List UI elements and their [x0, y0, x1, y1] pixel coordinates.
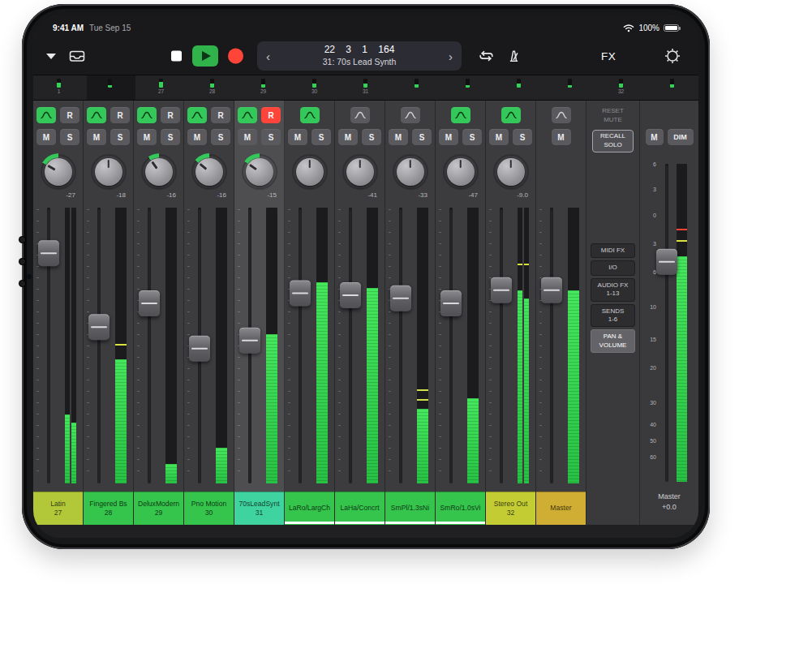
record-enable-button[interactable]: R [161, 107, 180, 123]
mute-button[interactable]: M [137, 129, 157, 145]
volume-fader[interactable] [139, 290, 160, 316]
volume-fader[interactable] [440, 290, 462, 316]
solo-button[interactable]: S [60, 129, 79, 145]
solo-button[interactable]: S [412, 129, 432, 145]
master-dim-button[interactable]: DIM [668, 129, 694, 145]
solo-button[interactable]: S [513, 129, 532, 145]
automation-button[interactable] [501, 107, 521, 123]
pan-knob[interactable] [140, 153, 178, 191]
record-enable-button[interactable]: R [110, 107, 130, 123]
cycle-icon[interactable] [478, 50, 495, 62]
solo-button[interactable]: S [462, 129, 482, 145]
overview-track[interactable]: 31 [340, 75, 391, 100]
overview-track[interactable] [442, 75, 493, 100]
track-name-label[interactable]: DeluxModern29 [134, 492, 183, 525]
record-enable-button[interactable]: R [211, 107, 230, 123]
track-name-label[interactable]: LaRo/LargCh [285, 492, 334, 525]
automation-button[interactable] [300, 107, 320, 123]
lcd-next-icon[interactable]: › [447, 49, 454, 63]
volume-fader[interactable] [88, 314, 110, 340]
overview-track[interactable] [544, 75, 595, 100]
overview-track[interactable] [391, 75, 442, 100]
track-name-label[interactable]: Pno Motion30 [184, 492, 234, 525]
track-overview-strip[interactable]: 1272829303132 [33, 75, 698, 101]
track-name-label[interactable]: Master [536, 492, 586, 525]
overview-track[interactable]: 27 [135, 75, 187, 100]
solo-button[interactable]: S [110, 129, 130, 145]
recall-solo-button[interactable]: RECALLSOLO [592, 130, 634, 152]
record-enable-button[interactable]: R [261, 107, 281, 123]
lcd-display[interactable]: ‹ 22 3 1 164 31: 70s Lead Synth › [257, 41, 462, 71]
mute-button[interactable]: M [87, 129, 106, 145]
mute-button[interactable]: M [389, 129, 408, 145]
automation-button[interactable] [87, 107, 106, 123]
track-name-label[interactable]: Latin27 [33, 492, 83, 525]
solo-button[interactable]: S [362, 129, 381, 145]
solo-button[interactable]: S [311, 129, 331, 145]
panel-tab-audio-fx-1-13[interactable]: AUDIO FX1-13 [591, 278, 635, 302]
track-name-label[interactable]: SmPl/1.3sNi [385, 492, 435, 525]
volume-fader[interactable] [38, 241, 59, 267]
panel-tab-midi-fx[interactable]: MIDI FX [591, 243, 635, 258]
automation-button[interactable] [137, 107, 157, 123]
pan-knob[interactable] [90, 153, 127, 191]
pan-knob[interactable] [40, 153, 77, 191]
mute-button[interactable]: M [187, 129, 207, 145]
volume-fader[interactable] [189, 335, 210, 361]
track-name-label[interactable]: Fingered Bs28 [84, 492, 133, 525]
pan-knob[interactable] [291, 153, 329, 191]
track-name-label[interactable]: Stereo Out32 [486, 492, 535, 525]
volume-fader[interactable] [390, 286, 411, 311]
automation-button[interactable] [552, 107, 571, 123]
overview-track[interactable]: 32 [595, 75, 647, 100]
mute-button[interactable]: M [37, 129, 56, 145]
overview-track[interactable]: 1 [33, 75, 84, 100]
mute-button[interactable]: M [288, 129, 307, 145]
volume-fader[interactable] [239, 328, 260, 354]
volume-fader[interactable] [340, 282, 361, 308]
overview-track[interactable] [647, 75, 698, 100]
stop-button[interactable] [171, 51, 182, 62]
overview-track[interactable]: 30 [289, 75, 340, 100]
automation-button[interactable] [401, 107, 420, 123]
pan-knob[interactable] [241, 153, 278, 191]
volume-fader[interactable] [290, 280, 311, 306]
overview-track[interactable]: 28 [187, 75, 238, 100]
mute-button[interactable]: M [489, 129, 509, 145]
settings-icon[interactable] [664, 48, 681, 64]
record-button[interactable] [228, 49, 243, 64]
automation-button[interactable] [238, 107, 257, 123]
panel-tab-pan-volume[interactable]: PAN &VOLUME [591, 329, 635, 353]
pan-knob[interactable] [342, 153, 379, 191]
panel-tab-sends-1-6[interactable]: SENDS1-6 [591, 304, 635, 328]
fx-button[interactable]: FX [601, 50, 616, 62]
solo-button[interactable]: S [161, 129, 180, 145]
solo-button[interactable]: S [211, 129, 230, 145]
mute-button[interactable]: M [439, 129, 458, 145]
track-name-label[interactable]: SmRo/1.0sVi [436, 492, 485, 525]
master-mute-button[interactable]: M [646, 129, 664, 145]
volume-fader[interactable] [541, 277, 562, 303]
pan-knob[interactable] [191, 153, 228, 191]
view-chevron-down-icon[interactable] [46, 53, 56, 59]
browser-icon[interactable] [69, 49, 85, 62]
automation-button[interactable] [350, 107, 370, 123]
pan-knob[interactable] [442, 153, 479, 191]
mute-button[interactable]: M [338, 129, 358, 145]
solo-button[interactable]: S [261, 129, 281, 145]
track-name-label[interactable]: LaHa/Concrt [335, 492, 385, 525]
play-button[interactable] [192, 45, 218, 67]
track-name-label[interactable]: 70sLeadSynt31 [234, 492, 284, 525]
overview-track[interactable] [493, 75, 544, 100]
automation-button[interactable] [451, 107, 470, 123]
reset-mute-button[interactable]: RESETMUTE [591, 107, 635, 125]
volume-fader[interactable] [491, 277, 512, 303]
metronome-icon[interactable] [507, 49, 521, 63]
automation-button[interactable] [37, 107, 56, 123]
pan-knob[interactable] [392, 153, 429, 191]
panel-tab-i-o[interactable]: I/O [591, 260, 635, 275]
mute-button[interactable]: M [552, 129, 571, 145]
master-volume-fader[interactable] [656, 248, 677, 274]
record-enable-button[interactable]: R [60, 107, 79, 123]
overview-track[interactable]: 29 [238, 75, 289, 100]
